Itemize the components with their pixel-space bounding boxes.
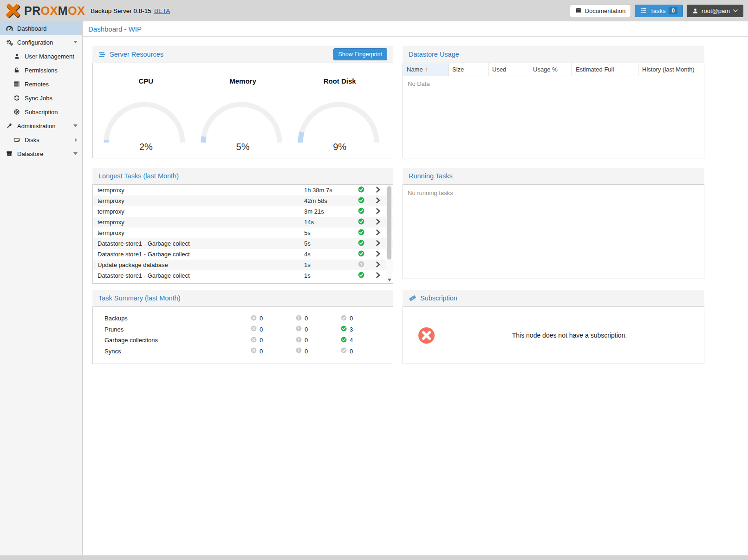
user-menu-button[interactable]: root@pam <box>687 5 743 17</box>
column-header-size[interactable]: Size <box>449 63 488 76</box>
open-task-chevron-icon[interactable] <box>370 208 386 215</box>
summary-label: Backups <box>104 315 251 322</box>
table-header-row: Name ↑ Size Used Usage % Estimated Full … <box>403 63 704 76</box>
task-status-icon: ? <box>352 186 370 194</box>
task-row[interactable]: termproxy 14s ? <box>93 217 393 228</box>
gauge-value: 9% <box>294 142 385 152</box>
no-data-text: No Data <box>403 76 704 91</box>
scrollbar-down-arrow-icon[interactable] <box>388 279 391 281</box>
task-row[interactable]: termproxy 5s ? <box>93 228 393 238</box>
open-task-chevron-icon[interactable] <box>370 197 386 205</box>
open-task-chevron-icon[interactable] <box>370 229 386 237</box>
ok-count: 0 <box>350 315 353 322</box>
datastore-usage-panel: Datastore Usage Name ↑ Size Used Usage % <box>403 46 704 158</box>
task-status-icon: ? <box>352 208 370 215</box>
task-duration: 42m 58s <box>304 197 352 204</box>
running-tasks-panel: Running Tasks No running tasks <box>403 168 704 279</box>
error-circle-icon <box>251 326 257 333</box>
panel-title: Datastore Usage <box>409 51 459 58</box>
open-task-chevron-icon[interactable] <box>370 187 386 194</box>
open-task-chevron-icon[interactable] <box>370 251 386 258</box>
task-row[interactable]: termproxy 3m 21s ? <box>93 206 393 217</box>
error-count: 0 <box>260 315 263 322</box>
sidebar-item-label: Permissions <box>25 67 58 74</box>
task-row[interactable]: termproxy 1h 38m 7s ? <box>93 185 393 195</box>
sidebar-item-configuration[interactable]: Configuration <box>0 35 82 49</box>
chevron-right-icon <box>75 138 78 142</box>
task-status-icon: ? <box>352 218 370 226</box>
task-row[interactable]: Datastore store1 - Garbage collect 1s ? <box>93 270 393 281</box>
gauge-label: CPU <box>100 77 191 85</box>
user-icon <box>13 53 20 59</box>
sidebar-item-disks[interactable]: Disks <box>0 133 82 147</box>
scrollbar-thumb[interactable] <box>387 186 391 260</box>
life-ring-icon <box>13 109 20 115</box>
open-task-chevron-icon[interactable] <box>370 272 386 280</box>
warning-circle-icon <box>296 326 302 333</box>
summary-row-backups[interactable]: Backups 0 0 0 <box>93 313 393 324</box>
sidebar-item-remotes[interactable]: Remotes <box>0 77 82 91</box>
task-row[interactable]: termproxy 42m 58s ? <box>93 195 393 206</box>
sidebar-item-label: Administration <box>17 123 55 130</box>
warning-circle-icon <box>296 315 302 322</box>
open-task-chevron-icon[interactable] <box>370 219 386 226</box>
task-row[interactable]: Update package database 1s ? <box>93 260 393 270</box>
sidebar-item-dashboard[interactable]: Dashboard <box>0 21 82 35</box>
summary-row-garbage-collections[interactable]: Garbage collections 0 0 4 <box>93 335 393 346</box>
sidebar-item-permissions[interactable]: Permissions <box>0 63 82 77</box>
panel-title: Longest Tasks (last Month) <box>98 172 179 180</box>
sidebar-item-label: Sync Jobs <box>25 95 52 102</box>
documentation-button[interactable]: Documentation <box>570 5 631 17</box>
error-count: 0 <box>260 326 263 333</box>
proxmox-x-logo-icon <box>5 2 21 19</box>
open-task-chevron-icon[interactable] <box>370 240 386 247</box>
sidebar-item-administration[interactable]: Administration <box>0 119 82 133</box>
summary-row-syncs[interactable]: Syncs 0 0 0 <box>93 346 393 357</box>
hard-disk-icon <box>13 137 20 143</box>
window-bottom-bar <box>0 555 748 560</box>
column-header-usage-percent[interactable]: Usage % <box>529 63 572 76</box>
chevron-down-icon <box>73 124 78 127</box>
brand-text: PROXMOX <box>24 4 85 18</box>
top-header-bar: PROXMOX Backup Server 0.8-15 BETA Docume… <box>0 0 748 21</box>
book-icon <box>575 7 582 14</box>
summary-row-prunes[interactable]: Prunes 0 0 3 <box>93 324 393 335</box>
task-name: Datastore store1 - Garbage collect <box>93 240 304 247</box>
task-name: termproxy <box>93 208 304 215</box>
error-count: 0 <box>260 348 263 355</box>
panel-title: Subscription <box>420 294 457 302</box>
column-header-used[interactable]: Used <box>488 63 529 76</box>
sidebar-item-subscription[interactable]: Subscription <box>0 105 82 119</box>
sidebar-item-sync-jobs[interactable]: Sync Jobs <box>0 91 82 105</box>
beta-link[interactable]: BETA <box>154 7 170 14</box>
column-header-name[interactable]: Name ↑ <box>403 63 449 76</box>
vertical-scrollbar[interactable] <box>386 185 392 283</box>
sidebar-item-datastore[interactable]: Datastore <box>0 147 82 161</box>
show-fingerprint-button[interactable]: Show Fingerprint <box>333 48 388 60</box>
task-duration: 5s <box>304 229 352 236</box>
task-row[interactable]: Datastore store1 - Garbage collect 4s ? <box>93 249 393 260</box>
summary-label: Prunes <box>104 326 251 333</box>
column-header-estimated-full[interactable]: Estimated Full <box>572 63 638 76</box>
warning-circle-icon <box>296 347 302 355</box>
task-name: termproxy <box>93 219 304 226</box>
subscription-message: This node does not have a subscription. <box>435 332 704 339</box>
open-task-chevron-icon[interactable] <box>370 261 386 269</box>
cpu-gauge: CPU 2% <box>100 63 191 158</box>
ticket-icon <box>409 294 416 302</box>
task-duration: 5s <box>304 240 352 247</box>
gauge-value: 5% <box>197 142 288 152</box>
task-duration: 1h 38m 7s <box>304 187 352 194</box>
main-content: Dashboard - WIP <box>83 21 748 555</box>
task-row[interactable]: Datastore store1 - Garbage collect 5s ? <box>93 238 393 249</box>
tasks-count-badge: 0 <box>669 7 677 14</box>
svg-text:?: ? <box>360 262 362 267</box>
tasks-button[interactable]: Tasks 0 <box>635 5 683 17</box>
warning-count: 0 <box>305 337 308 344</box>
error-circle-icon <box>251 347 257 355</box>
archive-box-icon <box>6 150 13 157</box>
sidebar-item-user-management[interactable]: User Management <box>0 49 82 63</box>
task-name: Update package database <box>93 261 304 268</box>
ok-circle-icon <box>341 326 347 333</box>
column-header-history[interactable]: History (last Month) <box>638 63 704 76</box>
